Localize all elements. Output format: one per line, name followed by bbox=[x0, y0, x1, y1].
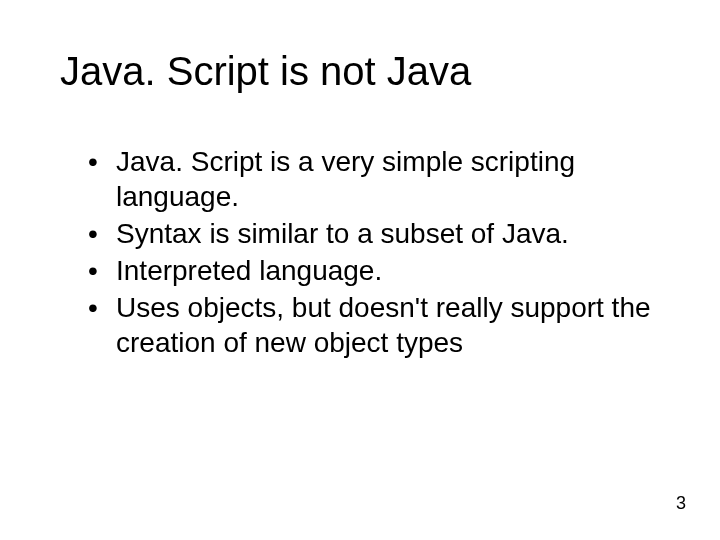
list-item: Syntax is similar to a subset of Java. bbox=[88, 216, 660, 251]
slide: Java. Script is not Java Java. Script is… bbox=[0, 0, 720, 540]
slide-title: Java. Script is not Java bbox=[60, 48, 660, 94]
list-item: Java. Script is a very simple scripting … bbox=[88, 144, 660, 214]
list-item: Uses objects, but doesn't really support… bbox=[88, 290, 660, 360]
bullet-list: Java. Script is a very simple scripting … bbox=[60, 144, 660, 360]
page-number: 3 bbox=[676, 493, 686, 514]
list-item: Interpreted language. bbox=[88, 253, 660, 288]
